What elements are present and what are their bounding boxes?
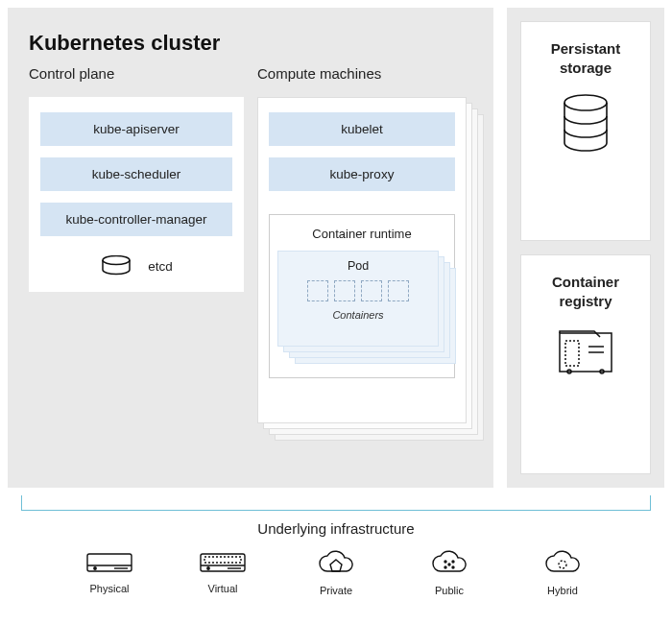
container-registry-title: Container registry	[529, 273, 642, 310]
infrastructure-row: Physical Virtual Private	[0, 550, 672, 596]
bracket-icon	[21, 495, 651, 511]
pod-card: Pod Containers	[277, 251, 439, 347]
persistent-storage-card: Persistant storage	[520, 21, 651, 241]
virtual-server-icon	[199, 550, 247, 577]
svg-point-21	[452, 566, 454, 568]
svg-point-0	[103, 256, 130, 265]
control-plane-title: Control plane	[29, 65, 244, 82]
svg-point-18	[444, 561, 446, 563]
infra-label: Physical	[90, 583, 130, 594]
etcd-label: etcd	[148, 259, 173, 274]
svg-point-17	[448, 564, 450, 565]
compute-card: kubelet kube-proxy Container runtime Pod	[257, 97, 467, 423]
svg-point-19	[452, 561, 454, 563]
component-kubelet: kubelet	[269, 112, 455, 146]
container-box	[334, 280, 355, 301]
compute-title: Compute machines	[257, 65, 472, 82]
infra-item-hybrid: Hybrid	[524, 550, 601, 596]
svg-point-20	[444, 566, 446, 568]
infra-item-physical: Physical	[71, 550, 148, 596]
infra-item-private: Private	[298, 550, 374, 596]
component-kube-proxy: kube-proxy	[269, 157, 455, 191]
svg-point-1	[564, 95, 607, 110]
container-box	[388, 280, 409, 301]
infra-label: Private	[320, 585, 352, 596]
infra-item-public: Public	[411, 550, 488, 596]
component-kube-controller-manager: kube-controller-manager	[40, 203, 232, 236]
persistent-storage-title: Persistant storage	[529, 39, 642, 77]
infra-label: Virtual	[208, 583, 238, 594]
infra-label: Public	[435, 585, 464, 596]
control-plane-column: Control plane kube-apiserver kube-schedu…	[29, 65, 244, 443]
hybrid-cloud-icon	[540, 550, 585, 579]
registry-icon	[556, 327, 615, 377]
container-runtime-box: Container runtime Pod	[269, 214, 455, 378]
control-plane-panel: kube-apiserver kube-scheduler kube-contr…	[29, 97, 244, 292]
sidebar: Persistant storage Container registry	[507, 8, 664, 488]
svg-point-15	[207, 567, 209, 569]
public-cloud-icon	[427, 550, 471, 579]
infra-item-virtual: Virtual	[184, 550, 261, 596]
svg-rect-3	[565, 341, 579, 366]
infrastructure-title: Underlying infrastructure	[0, 520, 672, 537]
component-kube-apiserver: kube-apiserver	[40, 112, 232, 146]
cluster-title: Kubernetes cluster	[29, 31, 472, 56]
private-cloud-icon	[314, 550, 358, 579]
container-runtime-title: Container runtime	[277, 227, 446, 241]
pod-stack: Pod Containers	[277, 251, 446, 366]
container-box	[361, 280, 382, 301]
container-box	[307, 280, 328, 301]
pod-title: Pod	[284, 259, 432, 273]
etcd-icon	[100, 255, 132, 276]
svg-point-22	[559, 561, 566, 568]
kubernetes-cluster: Kubernetes cluster Control plane kube-ap…	[8, 8, 493, 488]
container-row	[284, 280, 432, 301]
containers-label: Containers	[284, 309, 432, 321]
compute-machines-stack: kubelet kube-proxy Container runtime Pod	[257, 97, 472, 443]
etcd-row: etcd	[40, 255, 232, 276]
container-registry-card: Container registry	[520, 254, 651, 474]
compute-column: Compute machines kubelet kube-proxy Cont…	[257, 65, 472, 443]
svg-point-10	[94, 567, 96, 569]
svg-rect-13	[204, 557, 241, 563]
server-icon	[85, 550, 133, 577]
database-icon	[560, 94, 612, 154]
infra-label: Hybrid	[547, 585, 578, 596]
component-kube-scheduler: kube-scheduler	[40, 157, 232, 191]
